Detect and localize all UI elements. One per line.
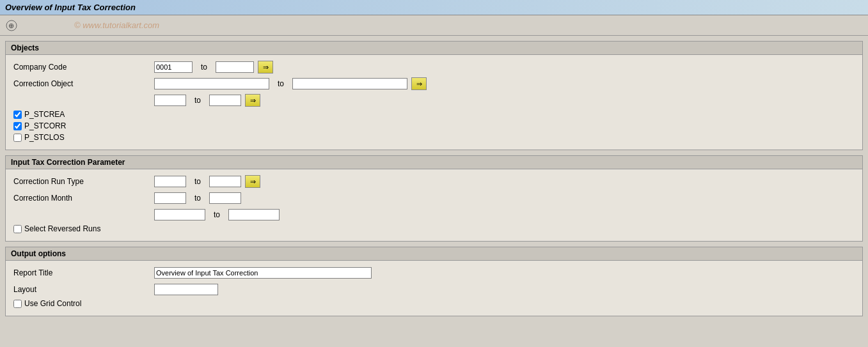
itc-parameter-body: Correction Run Type to ⇒ Correction Mont… [6,169,862,241]
extra-from-input-objects[interactable] [154,95,186,106]
correction-object-row: Correction Object to ⇒ [13,77,855,91]
company-code-to-input[interactable] [216,61,254,73]
correction-object-from-input[interactable] [154,78,269,89]
to-label-company: to [198,63,210,72]
watermark: © www.tutorialkart.com [74,20,159,30]
p-stcrea-label: P_STCREA [24,110,65,119]
select-reversed-runs-checkbox[interactable] [13,225,22,233]
p-stclos-row: P_STCLOS [13,133,855,142]
layout-label: Layout [13,285,154,294]
correction-object-to-input[interactable] [292,78,407,89]
use-grid-control-label: Use Grid Control [24,299,81,308]
correction-run-type-to-input[interactable] [209,176,241,187]
back-icon[interactable]: ⊕ [5,19,18,32]
extra-from-input-itc[interactable] [154,209,205,220]
output-options-header: Output options [6,247,862,261]
layout-row: Layout [13,282,855,297]
objects-section: Objects Company Code to ⇒ Correction Obj… [5,41,863,150]
p-stcorr-row: P_STCORR [13,121,855,130]
correction-month-label: Correction Month [13,194,154,203]
correction-month-row: Correction Month to [13,191,855,205]
correction-run-type-from-input[interactable] [154,176,186,187]
extra-to-input-itc[interactable] [228,209,280,220]
title-bar: Overview of Input Tax Correction [0,0,868,15]
to-label-correction: to [274,79,287,88]
objects-section-body: Company Code to ⇒ Correction Object to ⇒… [6,55,862,150]
correction-object-label: Correction Object [13,79,154,88]
correction-run-type-nav-button[interactable]: ⇒ [245,175,260,188]
use-grid-control-row: Use Grid Control [13,299,855,308]
svg-text:⊕: ⊕ [8,22,14,29]
correction-run-type-label: Correction Run Type [13,177,154,186]
report-title-label: Report Title [13,268,154,277]
select-reversed-runs-row: Select Reversed Runs [13,224,855,233]
output-options-section: Output options Report Title Layout Use G… [5,247,863,316]
objects-section-header: Objects [6,42,862,55]
p-stclos-checkbox[interactable] [13,134,22,142]
output-options-body: Report Title Layout Use Grid Control [6,261,862,316]
to-label-extra-itc: to [210,210,223,219]
to-label-run-type: to [191,177,204,186]
extra-to-input-objects[interactable] [209,95,241,106]
main-content: Objects Company Code to ⇒ Correction Obj… [0,36,868,327]
report-title-input[interactable] [154,267,372,279]
select-reversed-runs-label: Select Reversed Runs [24,224,100,233]
p-stcrea-checkbox[interactable] [13,111,22,119]
extra-row-itc: to [13,208,855,222]
p-stcorr-label: P_STCORR [24,121,66,130]
layout-input[interactable] [154,284,218,295]
correction-month-from-input[interactable] [154,192,186,204]
itc-parameter-header: Input Tax Correction Parameter [6,156,862,169]
company-code-from-input[interactable] [154,61,193,73]
use-grid-control-checkbox[interactable] [13,300,22,308]
extra-row-objects: to ⇒ [13,93,855,107]
correction-month-to-input[interactable] [209,192,241,204]
company-code-label: Company Code [13,63,154,72]
itc-parameter-section: Input Tax Correction Parameter Correctio… [5,155,863,242]
toolbar: ⊕ © www.tutorialkart.com [0,15,868,36]
page-title: Overview of Input Tax Correction [5,3,136,12]
to-label-month: to [191,194,204,203]
company-code-nav-button[interactable]: ⇒ [258,61,273,73]
report-title-row: Report Title [13,266,855,280]
correction-object-nav-button[interactable]: ⇒ [411,77,427,90]
p-stclos-label: P_STCLOS [24,133,65,142]
company-code-row: Company Code to ⇒ [13,60,855,74]
extra-nav-button-objects[interactable]: ⇒ [245,94,260,107]
correction-run-type-row: Correction Run Type to ⇒ [13,174,855,189]
to-label-extra: to [191,96,204,105]
p-stcorr-checkbox[interactable] [13,122,22,130]
p-stcrea-row: P_STCREA [13,110,855,119]
